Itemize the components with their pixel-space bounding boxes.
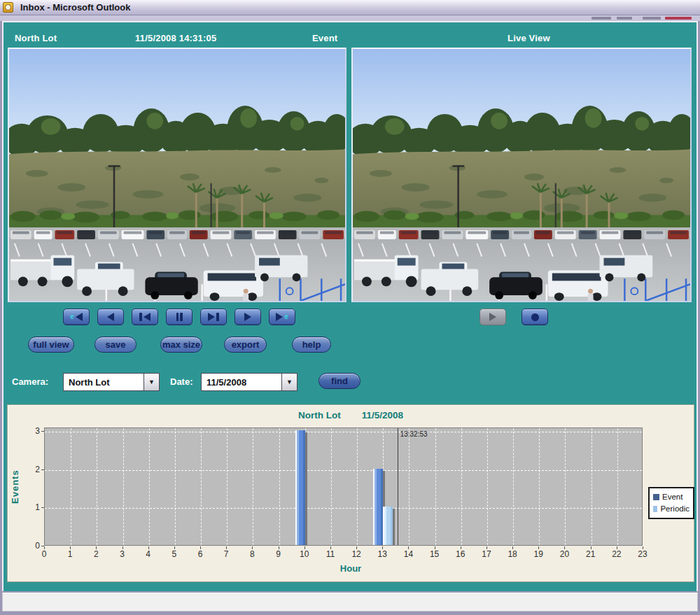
help-button[interactable]: help: [292, 337, 331, 353]
v-gridline: [617, 428, 618, 545]
record-button[interactable]: [522, 309, 548, 325]
prev-event-icon: [76, 313, 83, 321]
h-gridline: [45, 470, 642, 471]
pause-icon: [180, 313, 183, 321]
camera-field-label: Camera:: [12, 376, 48, 387]
current-time-label: 13:32:53: [400, 430, 428, 438]
camera-select[interactable]: North Lot ▼: [63, 373, 160, 391]
x-tick-mark: [96, 546, 97, 549]
x-tick-label: 15: [426, 549, 443, 559]
x-tick-mark: [435, 546, 435, 549]
x-tick-mark: [148, 546, 149, 549]
x-tick-label: 1: [62, 549, 78, 559]
event-bar-hour-13: [373, 469, 383, 545]
v-gridline: [331, 428, 332, 545]
x-tick-mark: [356, 546, 357, 549]
date-select[interactable]: 11/5/2008 ▼: [201, 373, 298, 391]
play-reverse-button[interactable]: [97, 309, 124, 325]
x-tick-label: 17: [478, 549, 495, 559]
x-tick-mark: [226, 546, 227, 549]
chevron-down-icon[interactable]: ▼: [144, 374, 159, 390]
current-time-marker: [398, 428, 398, 545]
pause-button[interactable]: [166, 309, 192, 325]
date-field-label: Date:: [170, 376, 193, 387]
legend-item: Event: [653, 491, 690, 503]
v-gridline: [487, 428, 488, 545]
step-back-button[interactable]: [132, 309, 158, 325]
next-event-button[interactable]: e: [269, 309, 295, 325]
v-gridline: [461, 428, 462, 545]
close-button-sliver[interactable]: [665, 17, 692, 20]
background-window-strip: [0, 15, 700, 21]
timestamp-label: 11/5/2008 14:31:05: [135, 33, 216, 43]
x-tick-mark: [538, 546, 539, 549]
legend-item: Periodic: [653, 503, 690, 515]
x-tick-label: 9: [270, 549, 287, 559]
v-gridline: [539, 428, 540, 545]
x-tick-mark: [591, 546, 592, 549]
live-video-frame: [351, 48, 692, 302]
titlebar: Inbox - Microsoft Outlook: [0, 0, 700, 15]
y-axis-label: Events: [9, 427, 20, 546]
chart-title: North Lot 11/5/2008: [8, 410, 694, 420]
prev-event-button[interactable]: e: [63, 309, 90, 325]
play-button[interactable]: [234, 309, 261, 325]
status-bar: [2, 593, 698, 612]
window-control-sliver: [617, 17, 632, 20]
y-tick-label: 1: [20, 502, 40, 512]
play-icon: [244, 313, 251, 321]
v-gridline: [123, 428, 124, 545]
x-tick-label: 18: [504, 549, 521, 559]
x-tick-mark: [512, 546, 513, 549]
play-icon: [489, 313, 496, 321]
window-control-sliver: [592, 17, 611, 20]
chevron-down-icon[interactable]: ▼: [281, 374, 297, 390]
legend-label: Periodic: [660, 503, 690, 515]
x-tick-mark: [617, 546, 617, 549]
step-forward-button[interactable]: [200, 309, 227, 325]
find-button[interactable]: find: [318, 373, 360, 389]
window-control-sliver: [643, 17, 661, 20]
x-tick-label: 16: [452, 549, 469, 559]
v-gridline: [357, 428, 358, 545]
x-tick-label: 10: [296, 549, 313, 559]
events-chart-panel: North Lot 11/5/2008 Events 13:32:53 0123…: [7, 404, 694, 582]
x-tick-label: 14: [400, 549, 416, 559]
chart-legend: EventPeriodic: [648, 487, 694, 519]
step-forward-icon: [216, 313, 219, 321]
prev-event-icon: e: [70, 313, 74, 320]
event-bar-hour-10: [295, 430, 305, 545]
y-tick-mark: [41, 507, 44, 508]
max-size-button[interactable]: max size: [160, 337, 202, 353]
v-gridline: [592, 428, 592, 545]
x-tick-label: 8: [244, 549, 260, 559]
event-video-frame: [8, 48, 346, 302]
export-button[interactable]: export: [224, 337, 267, 353]
x-tick-label: 5: [166, 549, 183, 559]
record-icon: [531, 313, 539, 321]
full-view-button[interactable]: full view: [28, 337, 74, 353]
camera-select-value: North Lot: [64, 374, 144, 390]
x-tick-label: 7: [218, 549, 234, 559]
x-tick-mark: [461, 546, 461, 549]
event-view-label: Event: [312, 33, 337, 43]
x-tick-label: 6: [192, 549, 209, 559]
v-gridline: [227, 428, 227, 545]
camera-name-label: North Lot: [15, 33, 57, 43]
x-tick-mark: [304, 546, 305, 549]
step-forward-icon: [208, 313, 215, 321]
x-axis-label: Hour: [8, 563, 694, 574]
x-tick-label: 11: [322, 549, 339, 559]
x-tick-label: 4: [140, 549, 157, 559]
x-tick-label: 21: [582, 549, 599, 559]
outlook-window: Inbox - Microsoft Outlook North Lot 11/5…: [0, 0, 700, 615]
save-button[interactable]: save: [94, 337, 136, 353]
x-tick-mark: [174, 546, 175, 549]
window-title: Inbox - Microsoft Outlook: [20, 2, 130, 13]
camera-app-panel: North Lot 11/5/2008 14:31:05 Event Live …: [2, 21, 698, 591]
v-gridline: [149, 428, 150, 545]
x-tick-label: 0: [36, 549, 52, 559]
v-gridline: [279, 428, 280, 545]
x-tick-mark: [279, 546, 279, 549]
x-tick-mark: [408, 546, 409, 549]
